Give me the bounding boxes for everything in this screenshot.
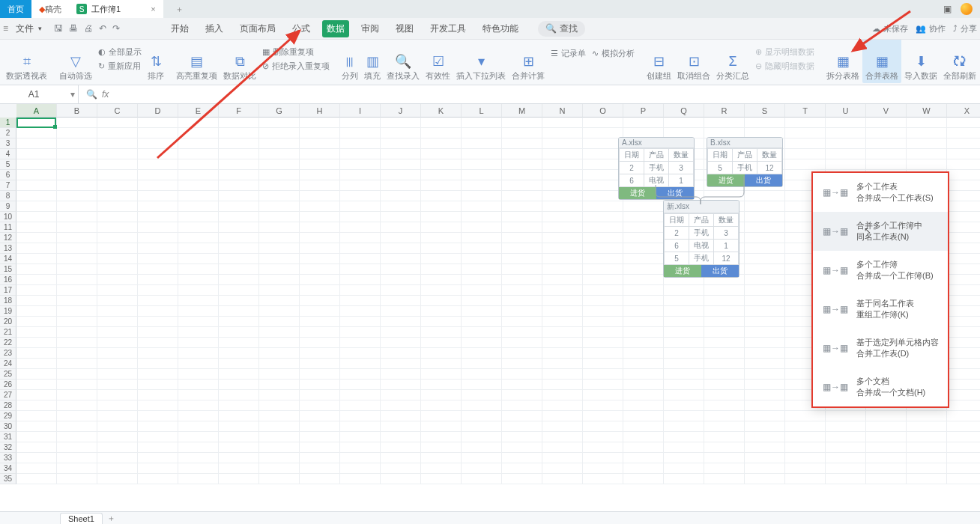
tab-add[interactable]: ＋ — [163, 0, 196, 18]
col-N[interactable]: N — [542, 104, 583, 118]
print-preview-icon[interactable]: 🖶 — [69, 23, 78, 34]
row-15[interactable]: 15 — [0, 264, 16, 275]
btn-sim-analysis[interactable]: ∿模拟分析 — [592, 48, 635, 59]
column-headers[interactable]: ABCDEFGHIJKLMNOPQRSTUVWX — [16, 104, 980, 118]
select-all-corner[interactable] — [0, 104, 17, 118]
btn-record-sheet[interactable]: ☰记录单 — [551, 48, 586, 59]
row-8[interactable]: 8 — [0, 191, 16, 201]
sheet-add-icon[interactable]: ＋ — [107, 513, 115, 524]
sheet-tab-1[interactable]: Sheet1 — [60, 513, 103, 524]
col-Q[interactable]: Q — [664, 104, 704, 118]
share-button[interactable]: ⤴分享 — [953, 23, 977, 34]
row-33[interactable]: 33 — [0, 453, 16, 463]
col-I[interactable]: I — [340, 104, 381, 118]
merge-option-0[interactable]: ▦→▦多个工作表合并成一个工作表(S) — [813, 173, 948, 212]
undo-icon[interactable]: ↶ — [99, 23, 106, 34]
row-34[interactable]: 34 — [0, 463, 16, 474]
col-J[interactable]: J — [381, 104, 421, 118]
row-18[interactable]: 18 — [0, 296, 16, 306]
col-X[interactable]: X — [947, 104, 980, 118]
row-1[interactable]: 1 — [0, 118, 16, 128]
col-V[interactable]: V — [866, 104, 907, 118]
tab-start[interactable]: 开始 — [166, 20, 193, 37]
tab-page-layout[interactable]: 页面布局 — [235, 20, 280, 37]
col-E[interactable]: E — [178, 104, 219, 118]
col-A[interactable]: A — [16, 104, 57, 118]
col-M[interactable]: M — [502, 104, 542, 118]
row-10[interactable]: 10 — [0, 212, 16, 222]
btn-data-compare[interactable]: ⧉数据对比 — [220, 40, 259, 83]
col-O[interactable]: O — [583, 104, 623, 118]
row-4[interactable]: 4 — [0, 149, 16, 159]
row-26[interactable]: 26 — [0, 380, 16, 390]
col-R[interactable]: R — [704, 104, 745, 118]
col-D[interactable]: D — [138, 104, 178, 118]
btn-text-to-cols[interactable]: ⫼分列 — [339, 40, 361, 83]
tab-home[interactable]: 首页 — [0, 0, 31, 18]
row-16[interactable]: 16 — [0, 275, 16, 285]
tab-review[interactable]: 审阅 — [357, 20, 384, 37]
row-12[interactable]: 12 — [0, 233, 16, 243]
btn-refresh-all[interactable]: 🗘全部刷新 — [940, 40, 979, 83]
row-23[interactable]: 23 — [0, 348, 16, 359]
close-icon[interactable]: × — [151, 4, 155, 13]
row-31[interactable]: 31 — [0, 432, 16, 442]
col-L[interactable]: L — [462, 104, 502, 118]
row-28[interactable]: 28 — [0, 400, 16, 411]
btn-sort[interactable]: ⇅排序 — [145, 40, 167, 83]
btn-validity[interactable]: ☑有效性 — [423, 40, 453, 83]
row-7[interactable]: 7 — [0, 180, 16, 191]
file-menu[interactable]: 文件 ▾ — [10, 21, 48, 37]
tab-view[interactable]: 视图 — [391, 20, 418, 37]
row-24[interactable]: 24 — [0, 359, 16, 369]
row-32[interactable]: 32 — [0, 442, 16, 453]
col-F[interactable]: F — [219, 104, 259, 118]
btn-pivot[interactable]: ⌗数据透视表 — [3, 40, 50, 83]
col-U[interactable]: U — [826, 104, 866, 118]
tab-developer[interactable]: 开发工具 — [426, 20, 471, 37]
btn-merge-sheet[interactable]: ▦合并表格 — [862, 40, 901, 83]
row-11[interactable]: 11 — [0, 222, 16, 233]
btn-ungroup[interactable]: ⊡取消组合 — [674, 40, 713, 83]
row-20[interactable]: 20 — [0, 317, 16, 327]
btn-import-data[interactable]: ⬇导入数据 — [901, 40, 940, 83]
btn-filter-all[interactable]: ◐全部显示 — [98, 46, 142, 58]
row-headers[interactable]: 1234567891011121314151617181920212223242… — [0, 118, 16, 484]
btn-group[interactable]: ⊟创建组 — [644, 40, 674, 83]
tab-formula[interactable]: 公式 — [288, 20, 315, 37]
col-W[interactable]: W — [907, 104, 947, 118]
btn-subtotal[interactable]: Σ分类汇总 — [713, 40, 752, 83]
row-25[interactable]: 25 — [0, 369, 16, 380]
merge-option-5[interactable]: ▦→▦多个文档合并成一个文档(H) — [813, 368, 948, 406]
btn-lookup-entry[interactable]: 🔍查找录入 — [384, 40, 423, 83]
row-3[interactable]: 3 — [0, 138, 16, 149]
btn-split-sheet[interactable]: ▦拆分表格 — [823, 40, 862, 83]
merge-option-3[interactable]: ▦→▦基于同名工作表重组工作簿(K) — [813, 290, 948, 329]
merge-option-4[interactable]: ▦→▦基于选定列单元格内容合并工作表(D) — [813, 329, 948, 368]
tab-insert[interactable]: 插入 — [201, 20, 228, 37]
col-K[interactable]: K — [421, 104, 462, 118]
row-22[interactable]: 22 — [0, 338, 16, 348]
row-6[interactable]: 6 — [0, 170, 16, 180]
tab-workbook[interactable]: S 工作簿1 × — [69, 0, 163, 18]
search-box[interactable]: 🔍 查找 — [538, 21, 585, 37]
print-icon[interactable]: 🖨 — [84, 23, 93, 34]
tab-data[interactable]: 数据 — [322, 20, 349, 37]
zoom-icon[interactable]: 🔍 — [86, 89, 97, 100]
merge-option-2[interactable]: ▦→▦多个工作簿合并成一个工作簿(B) — [813, 251, 948, 290]
avatar[interactable] — [961, 3, 973, 15]
merge-option-1[interactable]: ▦→▦合并多个工作簿中同名工作表(N) — [813, 212, 948, 251]
save-icon[interactable]: 🖫 — [54, 23, 63, 34]
btn-highlight-dup[interactable]: ▤高亮重复项 — [173, 40, 220, 83]
row-17[interactable]: 17 — [0, 285, 16, 296]
redo-icon[interactable]: ↷ — [112, 23, 120, 34]
col-C[interactable]: C — [97, 104, 138, 118]
row-21[interactable]: 21 — [0, 327, 16, 338]
row-30[interactable]: 30 — [0, 421, 16, 432]
btn-reject-dup[interactable]: ⊘拒绝录入重复项 — [262, 61, 330, 72]
col-G[interactable]: G — [259, 104, 300, 118]
col-P[interactable]: P — [623, 104, 664, 118]
row-27[interactable]: 27 — [0, 390, 16, 400]
unsaved-indicator[interactable]: ☁未保存 — [872, 23, 908, 34]
tab-docer[interactable]: ◆ 稿壳 — [31, 0, 69, 18]
